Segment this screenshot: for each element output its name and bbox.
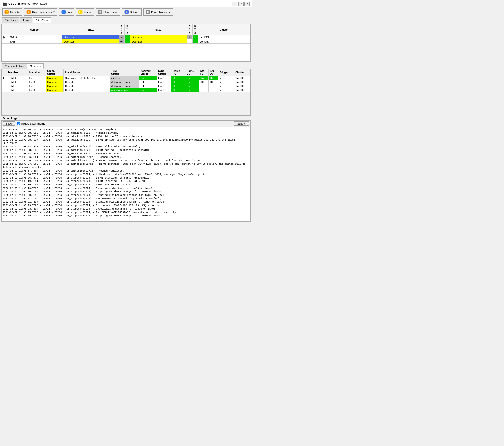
row3-arrow xyxy=(2,84,7,88)
members-header-member: Member ▲ xyxy=(7,69,28,76)
trigger-button[interactable]: ⏻ Trigger xyxy=(76,8,93,16)
members-header-home-fs: HomeFS xyxy=(171,69,185,76)
log-line: 2022-02-09 11:06:06.7577 - lax04 - TSM86… xyxy=(2,173,250,176)
title-bar: 🎬 GSCC: machines_lax04_lax05 — □ ✕ xyxy=(0,0,252,7)
row1-home-dg: On xyxy=(185,76,199,80)
row3-home-dg: On xyxy=(185,84,199,88)
dropdown-arrow-icon: ▼ xyxy=(53,11,55,13)
oper-commands-icon: ⚙ xyxy=(26,10,31,14)
trigger-icon: ⏻ xyxy=(78,10,83,14)
sites-row1-site2: Operator xyxy=(130,35,187,39)
minimize-button[interactable]: — xyxy=(232,2,237,6)
sites-row1-arrow: ▶ xyxy=(2,35,7,39)
settings-button[interactable]: ⚙ Settings xyxy=(122,8,142,16)
sites-row2-arrow xyxy=(2,39,7,44)
show-button[interactable]: Show xyxy=(2,122,15,126)
clear-trigger-label: Clear Trigger xyxy=(103,11,118,13)
members-header-home-dg: HomeDG xyxy=(185,69,199,76)
sites-row-2: TSM87 Operator 👁 ✓ Operator ✓ CentOS xyxy=(2,39,250,44)
row4-sync-status: HADR xyxy=(157,88,171,92)
join-button[interactable]: 🌐 Join xyxy=(59,8,74,16)
row4-cluster: CentOS xyxy=(234,88,250,92)
main-window: 🎬 GSCC: machines_lax04_lax05 — □ ✕ 👷 Ope… xyxy=(0,0,252,223)
window-title: GSCC: machines_lax04_lax05 xyxy=(8,2,47,5)
operator-label: Operator xyxy=(10,11,20,13)
join-label: Join xyxy=(67,11,72,13)
row4-tsm-status: running_p_peer xyxy=(109,88,139,92)
row2-tsm-status: db2sysc_s_peer xyxy=(109,80,139,84)
row4-home-dg: On xyxy=(185,88,199,92)
row1-tsm-status: inactive xyxy=(109,76,139,80)
support-button[interactable]: Support xyxy=(234,122,250,126)
members-table: Member ▲ Machine GlobalStatus Local Stat… xyxy=(2,69,250,92)
row3-member: TSM87 xyxy=(7,84,28,88)
action-logs-toolbar-left: Show Update automatically xyxy=(2,122,45,126)
maximize-button[interactable]: □ xyxy=(238,2,244,6)
log-line: 2022-02-09 11:06:06.7578 - lax04 - TSM86… xyxy=(2,176,250,180)
clear-trigger-button[interactable]: ↺ Clear Trigger xyxy=(96,8,121,16)
sites-table: Member Site1 PROC DBFS Site2 PROC DBFS C… xyxy=(2,24,250,44)
sites-row1-proc1: ⇔ xyxy=(119,35,124,39)
update-auto-label[interactable]: Update automatically xyxy=(17,122,45,125)
log-line: 2022-02-09 11:06:19.7593 - lax04 - TSM86… xyxy=(2,187,250,190)
row1-stg-dg: On xyxy=(208,76,218,80)
members-row-3: TSM87lax04OperatorOperatordb2sysc_s_peer… xyxy=(2,84,250,88)
sites-row1-dbfs2: ✓ xyxy=(192,35,198,39)
sites-header-site2: Site2 xyxy=(130,24,187,35)
row3-cluster: CentOS xyxy=(234,84,250,88)
tab-sites-view[interactable]: Sites View xyxy=(33,18,51,23)
log-line: 2022-02-09 11:05:56.7562 - lax04 - TSM86… xyxy=(2,159,250,162)
sites-header-cluster: Cluster xyxy=(198,24,250,35)
sites-row2-proc2 xyxy=(187,39,192,44)
log-line: 2022-02-09 11:06:21.7596 - lax04 - TSM86… xyxy=(2,197,250,200)
section-tabs-bar: Command Lines Members xyxy=(0,63,252,69)
log-area[interactable]: 2022-02-09 11:00:24.7028 - lax04 - TSM86… xyxy=(1,127,251,222)
row1-arrow: ▶ xyxy=(2,76,7,80)
row3-global-status: Operator xyxy=(46,84,63,88)
log-line: 2022-02-09 11:06:25.7605 - lax04 - TSM86… xyxy=(2,211,250,214)
log-line: 2022-02-09 11:00:28.7037 - lax04 - TSM86… xyxy=(2,138,250,145)
sites-row2-site1: Operator xyxy=(62,39,119,44)
row1-global-status: Operator xyxy=(46,76,63,80)
row1-home-fs: On xyxy=(171,76,185,80)
row1-network-status: On xyxy=(139,76,157,80)
oper-commands-label: Oper Commands xyxy=(32,11,52,13)
log-line: 2022-02-09 11:00:24.7028 - lax04 - TSM86… xyxy=(2,128,250,131)
row4-local-status: Operator xyxy=(63,88,109,92)
operator-button[interactable]: 👷 Operator xyxy=(2,8,22,16)
log-line: 2022-02-09 11:06:19.7592 - lax04 - TSM86… xyxy=(2,183,250,187)
row1-local-status: Stoppingswitch_TSM_Oper xyxy=(63,76,109,80)
log-line: 2022-02-09 11:06:23.7598 - lax04 - TSM86… xyxy=(2,204,250,207)
sites-row2-dbfs1: ✓ xyxy=(124,39,130,44)
sites-header-dbfs1: DBFS xyxy=(124,24,130,35)
row3-local-status: Operator xyxy=(63,84,109,88)
row4-trigger: on xyxy=(218,88,234,92)
row2-trigger: off xyxy=(218,80,234,84)
operator-icon: 👷 xyxy=(4,10,9,14)
log-line: 2022-02-09 11:06:25.7606 - lax04 - TSM86… xyxy=(2,214,250,218)
members-header-sync-status: SyncStatus xyxy=(157,69,171,76)
row1-member: TSM86 xyxy=(7,76,28,80)
sites-row2-member: TSM87 xyxy=(7,39,62,44)
row4-machine: lax05 xyxy=(28,88,46,92)
row2-stg-fs: Off xyxy=(199,80,208,84)
row3-trigger: on xyxy=(218,84,234,88)
log-line: 2022-02-09 11:06:21.7597 - lax04 - TSM86… xyxy=(2,200,250,204)
sites-header-dbfs2: DBFS xyxy=(192,24,198,35)
action-logs-toolbar: Show Update automatically Support xyxy=(1,120,251,127)
oper-commands-button[interactable]: ⚙ Oper Commands ▼ xyxy=(24,8,57,16)
tab-machines[interactable]: Machines xyxy=(2,18,19,23)
log-line: 2022-02-09 11:05:57.7563 - lax04 - TSM86… xyxy=(2,162,250,169)
tab-tasks[interactable]: Tasks xyxy=(19,18,32,23)
update-auto-checkbox[interactable] xyxy=(17,122,20,125)
row4-stg-dg: . xyxy=(208,88,218,92)
row2-arrow xyxy=(2,80,7,84)
clear-trigger-icon: ↺ xyxy=(98,10,103,14)
pause-monitoring-button[interactable]: ⏸ Pause Monitoring xyxy=(144,8,174,16)
close-button[interactable]: ✕ xyxy=(244,2,250,6)
tab-members[interactable]: Members xyxy=(27,63,44,69)
row2-local-status: Operator xyxy=(63,80,109,84)
tab-command-lines[interactable]: Command Lines xyxy=(2,63,27,69)
sites-row2-dbfs2: ✓ xyxy=(192,39,198,44)
members-header-cluster: Cluster xyxy=(234,69,250,76)
